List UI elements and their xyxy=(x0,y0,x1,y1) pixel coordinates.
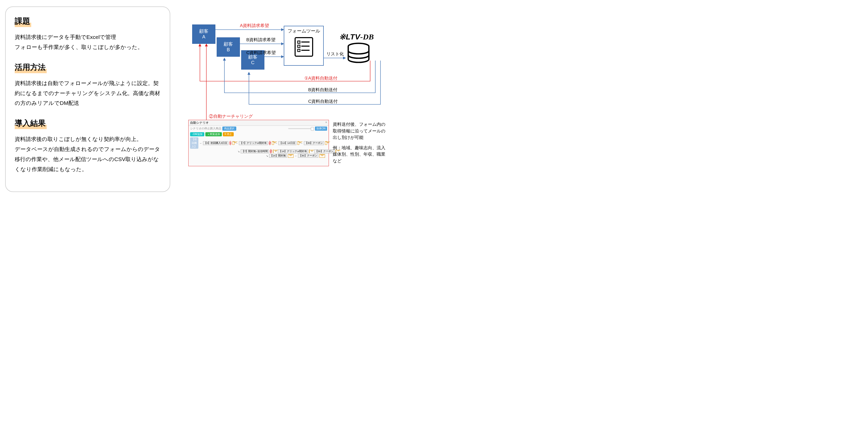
node-3: 【3】初回購入3日目 xyxy=(203,141,228,145)
mail-icon xyxy=(273,149,273,153)
notes-p2: 例：地域、趣味志向、流入媒体別、性別、年収、職業など xyxy=(333,144,385,164)
scenario-toolbar-1: シナリオの停止購入商品 商品選択 効果ON xyxy=(189,126,329,131)
form-tool-box: フォームツール xyxy=(284,26,324,66)
product-select-button[interactable]: 商品選択 xyxy=(222,127,236,131)
customer-b: 顧客 B xyxy=(217,37,240,57)
label-req-c: C資料請求希望 xyxy=(246,50,276,56)
ltv-hash-icon: ※ xyxy=(339,32,346,41)
effect-on-badge[interactable]: 効果ON xyxy=(315,127,327,131)
diagram-area: 顧客 A 顧客 B 顧客 C A資料請求希望 B資料請求希望 C資料請求希望 フ… xyxy=(181,10,392,191)
close-icon[interactable]: × xyxy=(325,121,327,124)
database-icon xyxy=(346,42,371,66)
label-autosend-c: C資料自動送付 xyxy=(308,98,338,104)
flow-row-1: 【初回購入】 → 【3】初回購入3日目 1 → 【7】クリックor開封有 2 →… xyxy=(189,137,329,149)
scenario-window: 自動シナリオ × シナリオの停止購入商品 商品選択 効果ON ↓DM追加 ＋商策… xyxy=(188,120,329,166)
node-30c: 【30】クーポン xyxy=(298,154,318,158)
label-auto-nurturing: ②自動ナーチャリング xyxy=(209,113,253,119)
listify-label: リスト化 xyxy=(326,51,344,57)
measure-add-button[interactable]: ＋商策追加 xyxy=(205,132,222,136)
dm-add-button[interactable]: ↓DM追加 xyxy=(190,132,204,136)
circle-2b: 2 xyxy=(270,149,272,153)
svg-rect-6 xyxy=(298,41,300,43)
node-7a: 【7】クリックor開封有 xyxy=(239,141,268,145)
mail-icon xyxy=(298,141,300,145)
circle-2a: 2 xyxy=(269,141,271,145)
label-autosend-a: ①A資料自動送付 xyxy=(304,75,337,81)
svg-rect-8 xyxy=(298,45,300,47)
scenario-slider[interactable] xyxy=(288,128,314,129)
body-issue: 資料請求後にデータを手動でExcelで管理 フォローも手作業が多く、取りこぼしが… xyxy=(15,32,161,52)
heading-result: 導入結果 xyxy=(15,118,47,129)
scenario-title-text: 自動シナリオ xyxy=(190,121,209,125)
mail-icon xyxy=(288,154,293,158)
svg-rect-10 xyxy=(298,49,300,52)
heading-usage: 活用方法 xyxy=(15,62,47,73)
label-autosend-b: B資料自動送付 xyxy=(308,87,337,93)
label-req-b: B資料請求希望 xyxy=(246,37,276,43)
scenario-toolbar-2: ↓DM追加 ＋商策追加 II 停止 xyxy=(189,131,329,137)
scenario-title: 自動シナリオ × xyxy=(189,120,329,126)
node-14b: 【14】クリックor開封有 xyxy=(278,149,308,153)
node-14c: 【14】開封無 xyxy=(269,154,287,158)
start-node: 【初回購入】 xyxy=(190,137,198,149)
left-panel: 課題 資料請求後にデータを手動でExcelで管理 フォローも手作業が多く、取りこ… xyxy=(5,6,170,192)
form-tool-label: フォームツール xyxy=(288,28,320,34)
node-30b: 【30】クーポン xyxy=(314,149,335,153)
notes-p1: 資料送付後、フォーム内の取得情報に沿ってメールの出し別けが可能 xyxy=(333,121,385,141)
scenario-subtitle: シナリオの停止購入商品 xyxy=(190,127,221,130)
mail-icon xyxy=(232,141,235,145)
flow-row-2: ↘ 【7】開封無=送信時間 2 → 【14】クリックor開封有 → 【30】クー… xyxy=(189,149,329,154)
notes-block: 資料送付後、フォーム内の取得情報に沿ってメールの出し別けが可能 例：地域、趣味志… xyxy=(333,121,385,164)
body-usage: 資料請求後は自動でフォローメールが飛ぶように設定。契約になるまでのナーチャリング… xyxy=(15,78,161,108)
node-30a: 【30】クーポン xyxy=(304,141,324,145)
mail-icon xyxy=(325,141,327,145)
mail-icon xyxy=(272,141,274,145)
mail-icon xyxy=(319,154,325,158)
heading-issue: 課題 xyxy=(15,16,31,27)
mail-icon xyxy=(309,149,310,153)
pause-button[interactable]: II 停止 xyxy=(223,132,234,136)
flow-row-3: ↘ 【14】開封無 → 【30】クーポン xyxy=(189,154,329,158)
node-7b: 【7】開封無=送信時間 xyxy=(241,149,269,153)
customer-a: 顧客 A xyxy=(192,25,215,44)
body-result: 資料請求後の取りこぼしが無くなり契約率が向上。 データベースが自動生成されるので… xyxy=(15,134,161,174)
circle-1: 1 xyxy=(229,141,231,145)
form-list-icon xyxy=(293,36,314,58)
node-14: 【14】14日目 xyxy=(278,141,296,145)
label-req-a: A資料請求希望 xyxy=(240,23,269,29)
ltv-db-logo: ※LTV-DB xyxy=(339,32,374,41)
arrow-icon: → xyxy=(199,142,202,144)
